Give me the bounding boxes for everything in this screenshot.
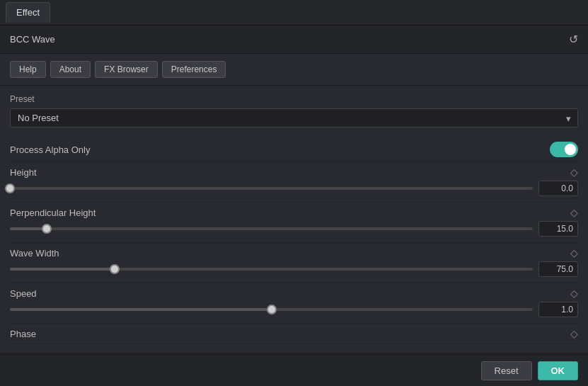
speed-input[interactable] [538,302,578,317]
height-slider-track[interactable] [10,187,533,190]
phase-diamond-icon[interactable]: ◇ [570,328,578,339]
speed-label: Speed [10,288,123,299]
wave-width-label: Wave Width [10,248,123,259]
wave-width-slider-track[interactable] [10,268,533,271]
phase-label: Phase [10,329,123,339]
speed-slider-container [10,302,578,317]
wave-width-header: Wave Width ◇ [10,247,578,259]
phase-row: Phase ◇ [10,324,578,344]
perpendicular-height-slider-track[interactable] [10,227,533,230]
wave-width-slider-thumb[interactable] [110,264,120,274]
process-alpha-only-label: Process Alpha Only [10,144,123,155]
wave-width-diamond-icon[interactable]: ◇ [570,247,578,259]
speed-slider-thumb[interactable] [267,305,277,314]
effect-title: BCC Wave [10,34,55,45]
wave-width-slider-container [10,261,578,277]
height-slider-thumb[interactable] [5,183,15,193]
process-alpha-only-toggle[interactable] [550,142,578,157]
title-bar: BCC Wave ↺ [0,25,588,54]
preset-label: Preset [10,94,578,104]
about-button[interactable]: About [50,61,91,78]
toolbar: Help About FX Browser Preferences [0,54,588,86]
perpendicular-height-slider-container [10,221,578,237]
effect-tab[interactable]: Effect [6,2,50,23]
perpendicular-height-header: Perpendicular Height ◇ [10,207,578,218]
tab-bar: Effect [0,0,588,25]
speed-diamond-icon[interactable]: ◇ [570,288,578,299]
wave-width-slider-fill [10,268,115,271]
height-input[interactable] [538,181,578,196]
height-row: Height ◇ [10,162,578,203]
wave-width-input[interactable] [538,261,578,277]
perpendicular-height-diamond-icon[interactable]: ◇ [570,207,578,218]
content-area: Preset No Preset ▾ Process Alpha Only He… [0,86,588,353]
height-header: Height ◇ [10,166,578,178]
height-slider-container [10,181,578,196]
help-button[interactable]: Help [10,61,46,78]
preferences-button[interactable]: Preferences [162,61,226,78]
bottom-bar: Reset OK [0,355,588,386]
perpendicular-height-slider-thumb[interactable] [42,224,52,234]
perpendicular-height-label: Perpendicular Height [10,208,123,218]
reset-icon[interactable]: ↺ [569,33,578,46]
preset-section: Preset No Preset ▾ [10,94,578,127]
wave-width-row: Wave Width ◇ [10,243,578,283]
speed-header: Speed ◇ [10,288,578,299]
speed-slider-track[interactable] [10,308,533,311]
perpendicular-height-input[interactable] [538,221,578,237]
height-label: Height [10,167,123,178]
reset-button[interactable]: Reset [481,361,532,380]
process-alpha-only-row: Process Alpha Only [10,137,578,162]
speed-row: Speed ◇ [10,283,578,324]
height-diamond-icon[interactable]: ◇ [570,166,578,178]
preset-select[interactable]: No Preset [10,108,578,127]
main-wrapper: Effect BCC Wave ↺ Help About FX Browser … [0,0,588,386]
fx-browser-button[interactable]: FX Browser [95,61,158,78]
perpendicular-height-row: Perpendicular Height ◇ [10,203,578,243]
ok-button[interactable]: OK [538,361,579,380]
speed-slider-fill [10,308,272,311]
preset-select-wrapper: No Preset ▾ [10,108,578,127]
